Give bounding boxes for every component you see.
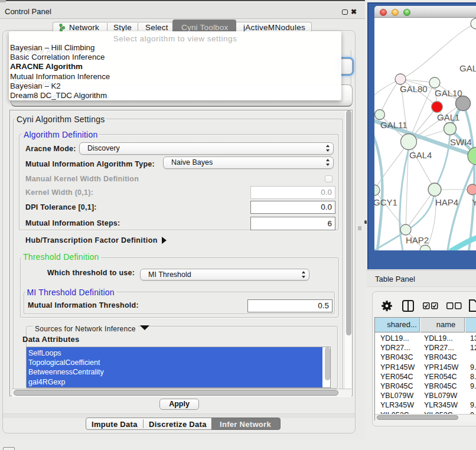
- svg-text:GAL: GAL: [459, 63, 476, 73]
- svg-text:GAL10: GAL10: [435, 88, 462, 98]
- svg-text:GAL80: GAL80: [400, 84, 428, 94]
- svg-text:SWI4: SWI4: [450, 137, 472, 147]
- svg-text:HAP4: HAP4: [435, 197, 458, 207]
- svg-text:GAL1: GAL1: [437, 112, 459, 122]
- svg-text:Y: Y: [472, 197, 476, 207]
- svg-text:GAL4: GAL4: [409, 150, 432, 160]
- svg-text:HAP2: HAP2: [406, 235, 429, 245]
- svg-text:GCY1: GCY1: [374, 197, 397, 207]
- svg-text:GAL11: GAL11: [380, 120, 407, 130]
